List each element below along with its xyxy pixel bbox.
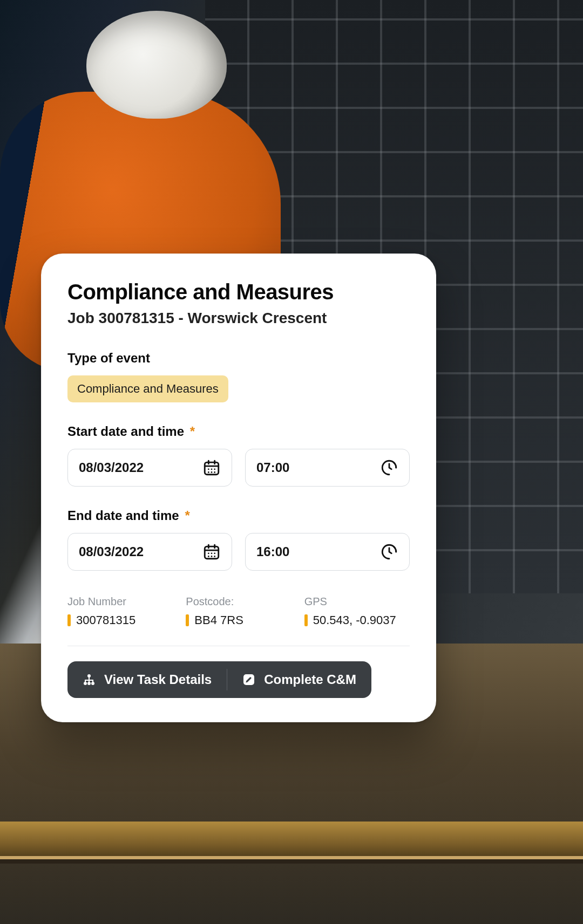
job-subtitle: Job 300781315 - Worswick Crescent (67, 310, 410, 327)
meta-postcode-value: BB4 7RS (194, 613, 243, 627)
event-type-label: Type of event (67, 351, 410, 366)
svg-rect-20 (85, 680, 86, 682)
page-title: Compliance and Measures (67, 280, 410, 304)
end-time-input[interactable]: 16:00 (245, 533, 410, 571)
meta-postcode-label: Postcode: (186, 596, 291, 608)
meta-gps-value: 50.543, -0.9037 (313, 613, 396, 627)
complete-cm-button[interactable]: Complete C&M (227, 661, 371, 698)
meta-gps: GPS 50.543, -0.9037 (304, 596, 410, 627)
svg-point-8 (208, 552, 209, 554)
start-time-value: 07:00 (256, 460, 289, 475)
meta-row: Job Number 300781315 Postcode: BB4 7RS G… (67, 596, 410, 627)
end-time-value: 16:00 (256, 544, 289, 559)
meta-job-number-label: Job Number (67, 596, 173, 608)
divider (67, 646, 410, 646)
clock-icon (380, 458, 398, 477)
svg-point-6 (214, 471, 215, 473)
end-date-input[interactable]: 08/03/2022 (67, 533, 232, 571)
accent-tick-icon (186, 614, 189, 626)
svg-point-4 (208, 471, 209, 473)
svg-point-1 (208, 468, 209, 470)
start-date-value: 08/03/2022 (79, 460, 144, 475)
svg-point-12 (211, 556, 213, 557)
accent-tick-icon (67, 614, 71, 626)
edit-icon (242, 673, 255, 686)
calendar-icon (202, 458, 221, 477)
svg-point-13 (214, 556, 215, 557)
end-datetime-label: End date and time * (67, 508, 410, 523)
start-datetime-label: Start date and time * (67, 424, 410, 439)
svg-point-3 (214, 468, 215, 470)
compliance-card: Compliance and Measures Job 300781315 - … (41, 254, 436, 722)
start-date-input[interactable]: 08/03/2022 (67, 449, 232, 487)
meta-gps-label: GPS (304, 596, 410, 608)
complete-cm-label: Complete C&M (264, 672, 356, 687)
start-time-input[interactable]: 07:00 (245, 449, 410, 487)
svg-point-9 (211, 552, 213, 554)
calendar-icon (202, 543, 221, 561)
svg-rect-21 (92, 680, 93, 682)
clock-icon (380, 543, 398, 561)
end-datetime-label-text: End date and time (67, 508, 179, 523)
meta-postcode: Postcode: BB4 7RS (186, 596, 291, 627)
actions-bar: View Task Details Complete C&M (67, 661, 371, 698)
meta-job-number-value: 300781315 (76, 613, 135, 627)
view-task-details-button[interactable]: View Task Details (67, 661, 227, 698)
background-helmet (86, 11, 227, 119)
svg-point-2 (211, 468, 213, 470)
tree-icon (83, 673, 96, 686)
end-date-value: 08/03/2022 (79, 544, 144, 559)
required-mark: * (190, 424, 195, 439)
view-task-details-label: View Task Details (104, 672, 212, 687)
svg-point-5 (211, 471, 213, 473)
event-type-chip[interactable]: Compliance and Measures (67, 375, 228, 402)
svg-point-11 (208, 556, 209, 557)
required-mark: * (185, 508, 189, 523)
start-datetime-label-text: Start date and time (67, 424, 184, 439)
meta-job-number: Job Number 300781315 (67, 596, 173, 627)
background-rail (0, 822, 583, 859)
accent-tick-icon (304, 614, 308, 626)
svg-rect-22 (89, 680, 90, 682)
svg-point-10 (214, 552, 215, 554)
